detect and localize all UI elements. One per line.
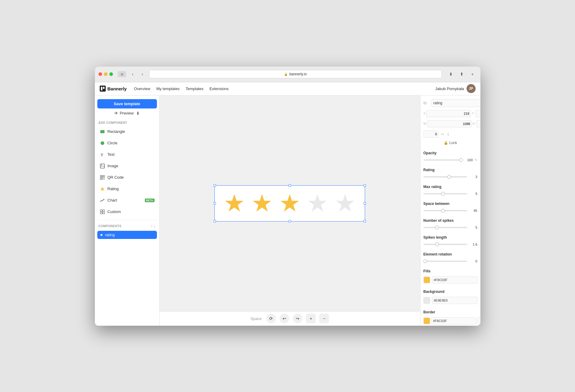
rating-slider[interactable] [423, 176, 467, 177]
bottom-toolbar: Space ⟳ ↩ ↪ + − [160, 311, 420, 326]
y-cell [476, 110, 480, 117]
nav-my-templates[interactable]: My templates [156, 85, 180, 92]
num-spikes-slider-row: 5 [423, 226, 477, 229]
image-icon [100, 163, 105, 169]
rating-title: Rating [423, 168, 477, 172]
add-button[interactable]: + [306, 314, 316, 323]
space-between-title: Space between [423, 202, 477, 206]
border-color-swatch[interactable] [423, 318, 430, 324]
user-name: Jakub Pomykała [435, 86, 464, 91]
id-input[interactable] [431, 99, 480, 107]
svg-rect-20 [100, 212, 102, 214]
component-rectangle[interactable]: Rectangle [97, 127, 157, 136]
element-rotation-slider[interactable] [423, 261, 467, 262]
component-circle[interactable]: Circle [97, 138, 157, 148]
star-1: ★ [223, 191, 245, 215]
brand: Bannerly [100, 86, 127, 92]
lock-label: Lock [449, 141, 457, 145]
component-custom[interactable]: Custom [97, 207, 157, 217]
fills-color-input[interactable] [432, 276, 477, 284]
x-input[interactable] [426, 110, 471, 117]
svg-rect-18 [100, 210, 102, 212]
fullscreen-button[interactable] [109, 72, 113, 76]
move-up-button[interactable]: ↑ [151, 224, 153, 228]
avatar[interactable]: JP [467, 84, 476, 93]
add-component-label: ADD COMPONENT [97, 120, 157, 125]
svg-rect-8 [101, 176, 102, 177]
w-cell: W H [423, 120, 475, 127]
opacity-value: 100 [464, 158, 473, 162]
border-title: Border [423, 310, 477, 314]
app-window: ⊟ ‹ › 🔒 bannerly.io ⬇ ⬆ + Bannerly O [95, 67, 480, 326]
left-panel: Save template 👁 Preview ⬇ ADD COMPONENT … [95, 96, 160, 326]
menu-items: Overview My templates Templates Extensio… [134, 85, 435, 92]
fills-color-row [423, 276, 477, 284]
traffic-lights [98, 72, 113, 76]
max-rating-title: Max rating [423, 185, 477, 189]
forward-button[interactable]: › [138, 71, 147, 77]
nav-overview[interactable]: Overview [134, 85, 150, 92]
border-width-input[interactable] [478, 317, 480, 325]
star-2: ★ [251, 191, 273, 215]
spikes-length-title: Spikes length [423, 235, 477, 240]
refresh-button[interactable]: ⟳ [266, 314, 276, 323]
rotate-vertical-button[interactable]: ↕ [447, 131, 449, 137]
spikes-length-slider[interactable] [423, 244, 467, 245]
downloads-button[interactable]: ⬇ [447, 71, 455, 77]
spikes-length-value: 1.6 [469, 243, 477, 246]
preview-button[interactable]: 👁 Preview [114, 111, 133, 116]
svg-rect-16 [104, 179, 105, 180]
rotate-horizontal-button[interactable]: ↔ [440, 131, 445, 137]
rating-value: 3 [469, 175, 477, 179]
x-label: X [423, 112, 426, 115]
undo-button[interactable]: ↩ [280, 314, 289, 323]
component-rating[interactable]: Rating [97, 184, 157, 194]
save-template-button[interactable]: Save template [97, 99, 157, 108]
num-spikes-slider[interactable] [423, 227, 467, 228]
component-image[interactable]: Image [97, 161, 157, 171]
brand-name: Bannerly [108, 86, 127, 91]
download-button[interactable]: ⬇ [136, 111, 140, 116]
menubar: Bannerly Overview My templates Templates… [95, 82, 480, 96]
rating-component[interactable]: ★ ★ ★ ★ ★ [214, 185, 365, 221]
lock-icon: 🔒 [284, 73, 288, 76]
rotation-input[interactable] [423, 130, 439, 138]
wh-row: W H [423, 120, 477, 127]
border-row: px [423, 317, 477, 325]
y-input[interactable] [476, 110, 480, 117]
component-text[interactable]: T Text [97, 150, 157, 159]
background-color-swatch[interactable] [423, 297, 430, 304]
lock-row[interactable]: 🔒 Lock [423, 141, 477, 145]
layer-rating[interactable]: ★ rating [97, 231, 157, 239]
minimize-button[interactable] [104, 72, 108, 76]
space-between-slider[interactable] [423, 210, 467, 211]
svg-point-3 [101, 141, 104, 145]
h-input[interactable] [477, 120, 480, 127]
component-chart[interactable]: Chart BETA [97, 196, 157, 205]
w-input[interactable] [427, 120, 472, 127]
address-bar[interactable]: 🔒 bannerly.io [149, 70, 442, 78]
preview-row: 👁 Preview ⬇ [97, 111, 157, 116]
component-qr-code[interactable]: QR Code [97, 173, 157, 182]
remove-button[interactable]: − [319, 314, 329, 323]
svg-text:T: T [101, 152, 103, 157]
nav-templates[interactable]: Templates [186, 85, 203, 92]
rating-star-icon [100, 186, 105, 192]
fills-color-swatch[interactable] [423, 277, 430, 283]
close-button[interactable] [98, 72, 102, 76]
opacity-slider[interactable] [423, 159, 463, 161]
max-rating-slider[interactable] [423, 193, 467, 194]
rating-slider-row: 3 [423, 175, 477, 179]
border-color-input[interactable] [431, 317, 477, 325]
canvas-area[interactable]: ★ ★ ★ ★ ★ [160, 96, 420, 311]
back-button[interactable]: ‹ [129, 71, 137, 77]
num-spikes-title: Number of spikes [423, 218, 477, 223]
nav-extensions[interactable]: Extensions [209, 85, 229, 92]
sidebar-toggle-button[interactable]: ⊟ [118, 71, 126, 77]
brand-logo [100, 86, 106, 92]
new-tab-button[interactable]: + [468, 71, 477, 77]
move-down-button[interactable]: ↓ [154, 224, 156, 228]
share-button[interactable]: ⬆ [458, 71, 466, 77]
redo-button[interactable]: ↪ [293, 314, 302, 323]
background-color-input[interactable] [432, 297, 477, 304]
